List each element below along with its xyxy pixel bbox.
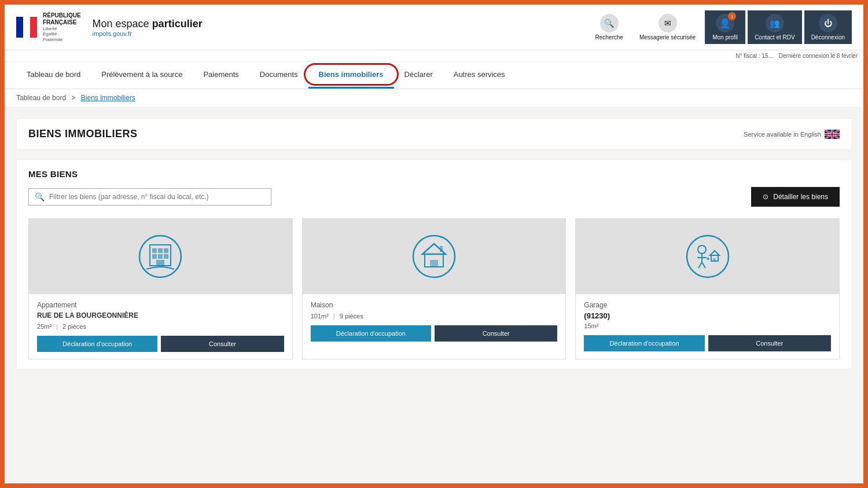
svg-rect-5 (16, 17, 23, 38)
nav-declarer[interactable]: Déclarer (394, 62, 443, 89)
search-input[interactable] (49, 193, 265, 201)
profil-badge: 1 (728, 12, 736, 20)
fiscal-number: N° fiscal : 15… (735, 53, 774, 59)
card-details-maison: 101m² | 9 pièces (311, 313, 558, 320)
deconnexion-label: Déconnexion (811, 34, 845, 41)
contact-label: Contact et RDV (755, 34, 795, 41)
contact-button[interactable]: 👥 Contact et RDV (748, 10, 801, 44)
recherche-icon: 🔍 (600, 14, 619, 32)
card-body-appartement: Appartement RUE DE LA BOURGEONNIÈRE 25m²… (29, 294, 292, 359)
card-image-maison (303, 219, 566, 294)
search-icon: 🔍 (35, 192, 45, 201)
frame-border-bottom (0, 483, 868, 488)
card-details-garage: 15m² (584, 322, 831, 329)
nav-biens-immobiliers[interactable]: Biens immobiliers (308, 62, 394, 89)
contact-icon: 👥 (766, 14, 784, 32)
fiscal-info-bar: N° fiscal : 15… Dernière connexion le 8 … (5, 50, 863, 62)
detail-btn-icon: ⊙ (763, 193, 768, 201)
recherche-label: Recherche (595, 34, 623, 41)
breadcrumb-sep: > (71, 94, 75, 102)
svg-rect-25 (156, 260, 164, 266)
pieces-maison: 9 pièces (340, 313, 363, 320)
messagerie-button[interactable]: ✉ Messagerie sécurisée (632, 10, 703, 44)
svg-rect-23 (158, 254, 163, 259)
building-icon (137, 233, 183, 280)
surface-appartement: 25m² (37, 323, 52, 330)
filter-bar: 🔍 ⊙ Détailler les biens (28, 187, 840, 207)
declaration-btn-maison[interactable]: Déclaration d'occupation (311, 325, 431, 342)
breadcrumb: Tableau de bord > Biens immobiliers (5, 89, 863, 107)
mon-profil-button[interactable]: 👤 1 Mon profil (705, 10, 745, 44)
profil-label: Mon profil (712, 34, 738, 41)
messagerie-icon: ✉ (659, 14, 677, 32)
declaration-btn-garage[interactable]: Déclaration d'occupation (584, 335, 704, 351)
site-title-block: Mon espace particulier impots.gouv.fr (93, 18, 203, 37)
search-container: 🔍 (28, 188, 271, 206)
property-card-appartement: Appartement RUE DE LA BOURGEONNIÈRE 25m²… (28, 218, 293, 359)
detail-biens-button[interactable]: ⊙ Détailler les biens (751, 187, 840, 207)
frame-border-right (863, 0, 868, 488)
property-card-maison: Maison 101m² | 9 pièces Déclaration d'oc… (302, 218, 567, 359)
declaration-btn-appartement[interactable]: Déclaration d'occupation (37, 336, 157, 352)
detail-btn-label: Détailler les biens (773, 193, 828, 201)
content-area: BIENS IMMOBILIERS Service available in E… (5, 107, 863, 381)
breadcrumb-current: Biens immobiliers (81, 94, 135, 102)
recherche-button[interactable]: 🔍 Recherche (589, 10, 630, 44)
consulter-btn-appartement[interactable]: Consulter (161, 336, 284, 352)
nav-documents[interactable]: Documents (249, 62, 308, 89)
svg-rect-24 (164, 254, 168, 259)
nav-paiements[interactable]: Paiements (193, 62, 249, 89)
frame-border-top (0, 0, 868, 5)
card-body-maison: Maison 101m² | 9 pièces Déclaration d'oc… (303, 294, 566, 348)
header-left: RÉPUBLIQUE FRANÇAISE Liberté Égalité Fra… (16, 12, 203, 43)
card-type-appartement: Appartement (37, 301, 284, 309)
svg-rect-39 (713, 258, 716, 261)
page-title: BIENS IMMOBILIERS (28, 128, 138, 140)
property-cards-grid: Appartement RUE DE LA BOURGEONNIÈRE 25m²… (28, 218, 840, 359)
svg-rect-20 (158, 248, 163, 253)
svg-marker-37 (710, 251, 719, 255)
svg-rect-6 (23, 17, 30, 38)
logo-block: RÉPUBLIQUE FRANÇAISE Liberté Égalité Fra… (16, 12, 81, 43)
uk-flag-icon (825, 130, 840, 139)
card-type-maison: Maison (311, 301, 558, 309)
breadcrumb-home[interactable]: Tableau de bord (16, 94, 66, 102)
pieces-appartement: 2 pièces (62, 323, 86, 330)
house-icon (411, 233, 457, 280)
lang-service: Service available in English (744, 130, 840, 139)
svg-point-32 (698, 245, 706, 254)
card-postal-garage: (91230) (584, 311, 831, 320)
card-type-garage: Garage (584, 301, 831, 309)
deconnexion-icon: ⏻ (819, 14, 837, 32)
card-image-appartement (29, 219, 292, 294)
frame-border-left (0, 0, 5, 488)
section-title: MES BIENS (28, 169, 840, 179)
svg-point-31 (687, 236, 729, 277)
nav-autres-services[interactable]: Autres services (443, 62, 516, 89)
surface-maison: 101m² (311, 313, 329, 320)
header: RÉPUBLIQUE FRANÇAISE Liberté Égalité Fra… (5, 5, 863, 50)
consulter-btn-garage[interactable]: Consulter (708, 335, 831, 351)
republic-text: RÉPUBLIQUE FRANÇAISE Liberté Égalité Fra… (43, 12, 81, 43)
svg-rect-30 (440, 246, 443, 252)
surface-garage: 15m² (584, 322, 598, 329)
consulter-btn-maison[interactable]: Consulter (435, 325, 557, 342)
card-address-appartement: RUE DE LA BOURGEONNIÈRE (37, 311, 284, 320)
svg-point-26 (413, 236, 455, 277)
card-details-appartement: 25m² | 2 pièces (37, 323, 284, 330)
mes-biens-section: MES BIENS 🔍 ⊙ Détailler les biens (16, 159, 852, 369)
messagerie-label: Messagerie sécurisée (639, 34, 696, 41)
card-actions-appartement: Déclaration d'occupation Consulter (37, 336, 284, 352)
card-actions-maison: Déclaration d'occupation Consulter (311, 325, 558, 342)
svg-line-36 (702, 262, 705, 268)
site-title: Mon espace particulier (93, 18, 203, 30)
nav-tableau-de-bord[interactable]: Tableau de bord (16, 62, 91, 89)
svg-rect-22 (152, 254, 157, 259)
last-connection: Dernière connexion le 8 février (779, 53, 858, 59)
header-buttons: 🔍 Recherche ✉ Messagerie sécurisée 👤 1 M… (589, 10, 852, 44)
svg-rect-19 (152, 248, 157, 253)
svg-rect-29 (430, 260, 438, 267)
deconnexion-button[interactable]: ⏻ Déconnexion (804, 10, 852, 44)
card-image-garage (576, 219, 839, 294)
nav-prelevement[interactable]: Prélèvement à la source (91, 62, 193, 89)
